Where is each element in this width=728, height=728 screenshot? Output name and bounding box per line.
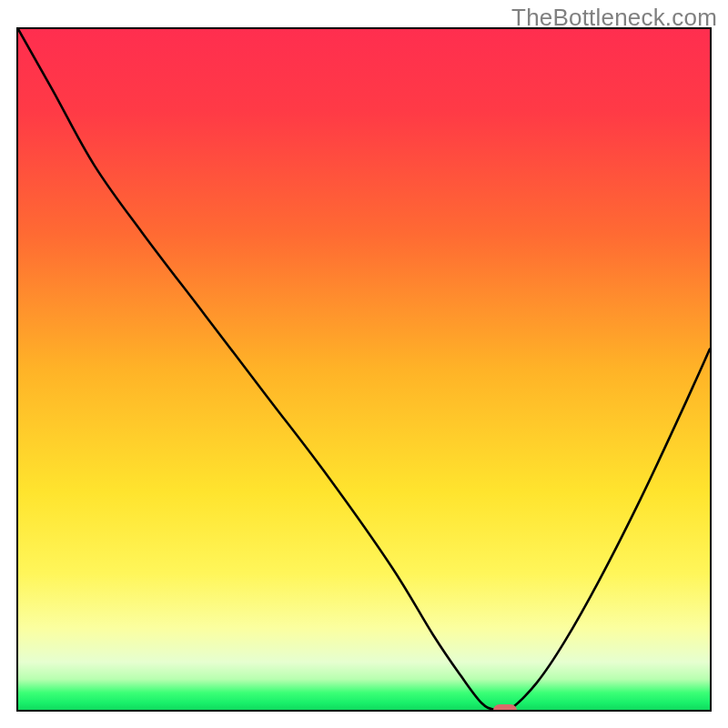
plot-area	[16, 27, 712, 712]
chart-container: TheBottleneck.com	[0, 0, 728, 728]
optimal-marker	[493, 704, 517, 712]
bottleneck-curve	[18, 29, 710, 710]
